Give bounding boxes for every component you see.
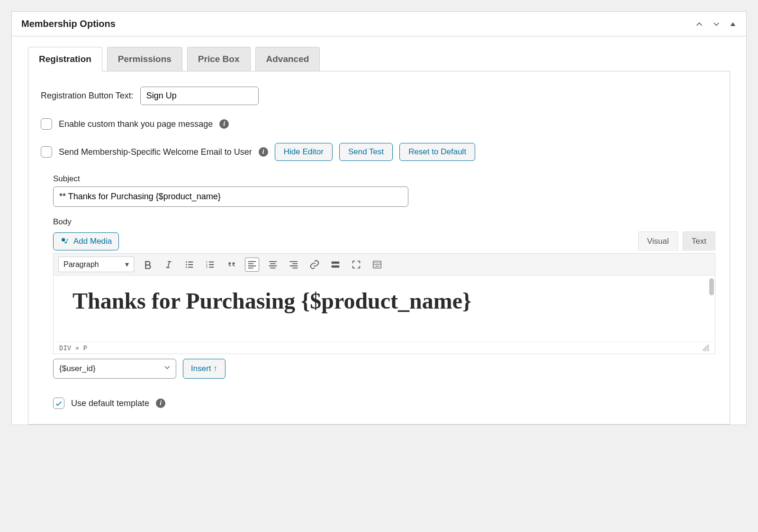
toolbar-toggle-button[interactable]: [370, 257, 384, 272]
editor-heading: Thanks for Purchasing {$product_name}: [72, 288, 696, 314]
variable-select[interactable]: {$user_id}: [53, 359, 176, 379]
tabs: Registration Permissions Price Box Advan…: [28, 47, 730, 71]
svg-text:3: 3: [206, 266, 208, 268]
tab-price-box[interactable]: Price Box: [187, 47, 251, 71]
italic-button[interactable]: [162, 257, 176, 272]
media-icon: [60, 237, 70, 246]
registration-button-text-label: Registration Button Text:: [41, 91, 134, 101]
editor-toolbar: Paragraph ▾ 123: [54, 254, 715, 275]
subject-label: Subject: [53, 174, 715, 184]
editor-tab-text[interactable]: Text: [683, 231, 715, 251]
chevron-down-icon: ▾: [125, 260, 129, 269]
read-more-button[interactable]: [328, 257, 343, 272]
panel-header-controls: [695, 20, 737, 28]
tab-advanced[interactable]: Advanced: [255, 47, 320, 71]
membership-options-panel: Membership Options Registration Permissi…: [11, 11, 747, 425]
add-media-button[interactable]: Add Media: [53, 232, 119, 250]
default-template-checkbox[interactable]: [53, 398, 64, 409]
blockquote-button[interactable]: [224, 257, 238, 272]
send-test-button[interactable]: Send Test: [339, 143, 393, 161]
align-left-button[interactable]: [245, 257, 259, 272]
editor-tabs: Visual Text: [638, 231, 715, 251]
link-button[interactable]: [307, 257, 322, 272]
scrollbar-thumb[interactable]: [709, 278, 714, 295]
fullscreen-button[interactable]: [349, 257, 363, 272]
welcome-email-checkbox[interactable]: [41, 146, 52, 158]
hide-editor-button[interactable]: Hide Editor: [275, 143, 333, 161]
editor-tab-visual[interactable]: Visual: [638, 231, 678, 251]
panel-title: Membership Options: [21, 18, 116, 29]
tab-permissions[interactable]: Permissions: [107, 47, 182, 71]
align-right-button[interactable]: [287, 257, 301, 272]
info-icon[interactable]: [259, 147, 268, 157]
subject-input[interactable]: [53, 186, 408, 207]
enable-thank-you-label: Enable custom thank you page message: [59, 119, 213, 129]
svg-point-2: [186, 266, 187, 268]
rich-text-editor: Paragraph ▾ 123: [53, 253, 715, 354]
editor-body[interactable]: Thanks for Purchasing {$product_name}: [54, 275, 715, 342]
registration-button-text-input[interactable]: [140, 87, 259, 105]
panel-header: Membership Options: [12, 12, 746, 36]
collapse-icon[interactable]: [729, 20, 737, 28]
resize-handle[interactable]: [703, 345, 709, 351]
enable-thank-you-checkbox[interactable]: [41, 118, 52, 130]
editor-path: DIV » P: [59, 344, 87, 352]
format-dropdown[interactable]: Paragraph ▾: [58, 257, 134, 272]
body-label: Body: [53, 217, 715, 227]
variable-select-value: {$user_id}: [59, 364, 96, 373]
registration-panel: Registration Button Text: Enable custom …: [28, 71, 730, 425]
info-icon[interactable]: [156, 399, 165, 408]
editor-status-bar: DIV » P: [54, 342, 715, 354]
default-template-label: Use default template: [71, 399, 149, 408]
svg-point-1: [186, 264, 187, 265]
chevron-down-icon: [163, 364, 171, 374]
insert-variable-button[interactable]: Insert ↑: [183, 359, 226, 379]
add-media-label: Add Media: [73, 237, 112, 246]
move-up-icon[interactable]: [695, 20, 704, 28]
svg-point-0: [186, 261, 187, 263]
tab-registration[interactable]: Registration: [28, 47, 102, 71]
bold-button[interactable]: [141, 257, 155, 272]
align-center-button[interactable]: [266, 257, 280, 272]
info-icon[interactable]: [219, 119, 229, 129]
move-down-icon[interactable]: [712, 20, 721, 28]
bullet-list-button[interactable]: [182, 257, 197, 272]
reset-default-button[interactable]: Reset to Default: [399, 143, 475, 161]
format-dropdown-value: Paragraph: [63, 260, 99, 269]
number-list-button[interactable]: 123: [203, 257, 217, 272]
welcome-email-label: Send Membership-Specific Welcome Email t…: [59, 147, 252, 157]
